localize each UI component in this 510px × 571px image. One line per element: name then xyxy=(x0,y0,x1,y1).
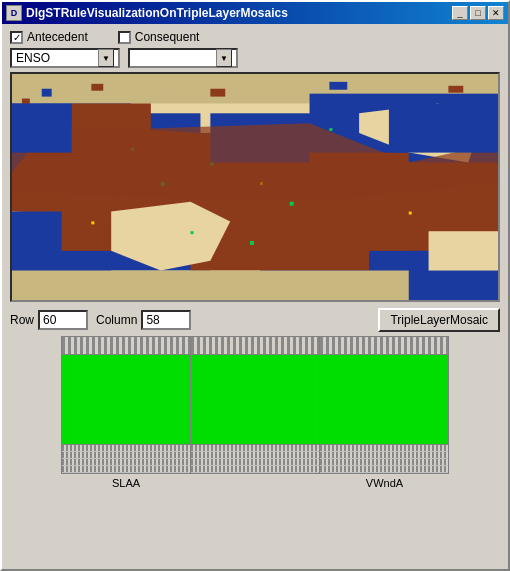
maximize-button[interactable]: □ xyxy=(470,6,486,20)
antecedent-label: Antecedent xyxy=(27,30,88,44)
tile-middle-top-stripe xyxy=(191,337,319,355)
svg-rect-43 xyxy=(389,103,498,152)
app-icon: D xyxy=(6,5,22,21)
tile-slaa-stripe-4 xyxy=(62,466,190,473)
column-input[interactable] xyxy=(141,310,191,330)
svg-rect-26 xyxy=(329,128,332,131)
title-bar: D DlgSTRuleVisualizationOnTripleLayerMos… xyxy=(2,2,508,24)
tile-vwnda-label: VWndA xyxy=(366,477,403,489)
tile-slaa-top-stripe xyxy=(62,337,190,355)
svg-rect-38 xyxy=(210,89,225,97)
consequent-item: Consequent xyxy=(118,30,200,44)
tile-middle-stripes xyxy=(191,445,319,473)
triple-layer-mosaic-button[interactable]: TripleLayerMosaic xyxy=(378,308,500,332)
row-field-group: Row xyxy=(10,310,88,330)
consequent-checkbox[interactable] xyxy=(118,31,131,44)
tile-middle-stripe-2 xyxy=(191,452,319,459)
dropdown-second[interactable]: ▼ xyxy=(128,48,238,68)
column-field-group: Column xyxy=(96,310,191,330)
svg-rect-23 xyxy=(290,202,294,206)
svg-rect-42 xyxy=(12,103,72,152)
antecedent-checkbox[interactable] xyxy=(10,31,23,44)
svg-rect-37 xyxy=(161,79,181,89)
row-input[interactable] xyxy=(38,310,88,330)
svg-rect-36 xyxy=(91,84,103,91)
main-window: D DlgSTRuleVisualizationOnTripleLayerMos… xyxy=(0,0,510,571)
svg-rect-33 xyxy=(429,231,498,270)
tile-vwnda-inner xyxy=(319,336,449,474)
tile-slaa-stripe-1 xyxy=(62,445,190,452)
dropdown-enso-arrow: ▼ xyxy=(98,49,114,67)
antecedent-item: Antecedent xyxy=(10,30,88,44)
svg-rect-35 xyxy=(42,89,52,97)
tile-slaa-green xyxy=(62,355,190,445)
tile-vwnda-stripes xyxy=(320,445,448,473)
tile-vwnda-stripe-4 xyxy=(320,466,448,473)
tile-slaa-stripe-2 xyxy=(62,452,190,459)
svg-rect-30 xyxy=(409,212,412,215)
title-buttons: _ □ ✕ xyxy=(452,6,504,20)
mosaic-tiles-wrapper: SLAA xyxy=(10,336,500,489)
tile-vwnda-top-stripe xyxy=(320,337,448,355)
svg-rect-24 xyxy=(191,231,194,234)
svg-rect-40 xyxy=(448,86,463,93)
tile-slaa-stripe-3 xyxy=(62,459,190,466)
tile-vwnda-green xyxy=(320,355,448,445)
content-area: Antecedent Consequent ENSO ▼ ▼ xyxy=(2,24,508,569)
tile-slaa-inner xyxy=(61,336,191,474)
tile-middle-stripe-3 xyxy=(191,459,319,466)
tile-middle-inner xyxy=(190,336,320,474)
tile-middle-stripe-1 xyxy=(191,445,319,452)
tile-vwnda-stripe-1 xyxy=(320,445,448,452)
dropdown-enso[interactable]: ENSO ▼ xyxy=(10,48,120,68)
title-bar-left: D DlgSTRuleVisualizationOnTripleLayerMos… xyxy=(6,5,288,21)
consequent-label: Consequent xyxy=(135,30,200,44)
tile-slaa-stripes xyxy=(62,445,190,473)
dropdown-second-arrow: ▼ xyxy=(216,49,232,67)
map-visualization xyxy=(12,74,498,300)
tile-vwnda-stripe-3 xyxy=(320,459,448,466)
map-container xyxy=(10,72,500,302)
row-label: Row xyxy=(10,313,34,327)
bottom-controls: Row Column TripleLayerMosaic xyxy=(10,308,500,332)
svg-rect-39 xyxy=(329,82,347,90)
tile-slaa-label: SLAA xyxy=(112,477,140,489)
tile-vwnda-stripe-2 xyxy=(320,452,448,459)
dropdown-enso-value: ENSO xyxy=(16,51,50,65)
dropdown-row: ENSO ▼ ▼ xyxy=(10,48,500,68)
tile-middle-green xyxy=(191,355,319,445)
minimize-button[interactable]: _ xyxy=(452,6,468,20)
checkbox-row: Antecedent Consequent xyxy=(10,30,500,44)
column-label: Column xyxy=(96,313,137,327)
window-title: DlgSTRuleVisualizationOnTripleLayerMosai… xyxy=(26,6,288,20)
tile-middle-stripe-4 xyxy=(191,466,319,473)
mosaic-tile-middle xyxy=(191,336,320,489)
svg-rect-27 xyxy=(250,241,254,245)
mosaic-tile-slaa: SLAA xyxy=(61,336,191,489)
close-button[interactable]: ✕ xyxy=(488,6,504,20)
mosaic-tile-vwnda: VWndA xyxy=(320,336,449,489)
svg-rect-28 xyxy=(91,221,94,224)
